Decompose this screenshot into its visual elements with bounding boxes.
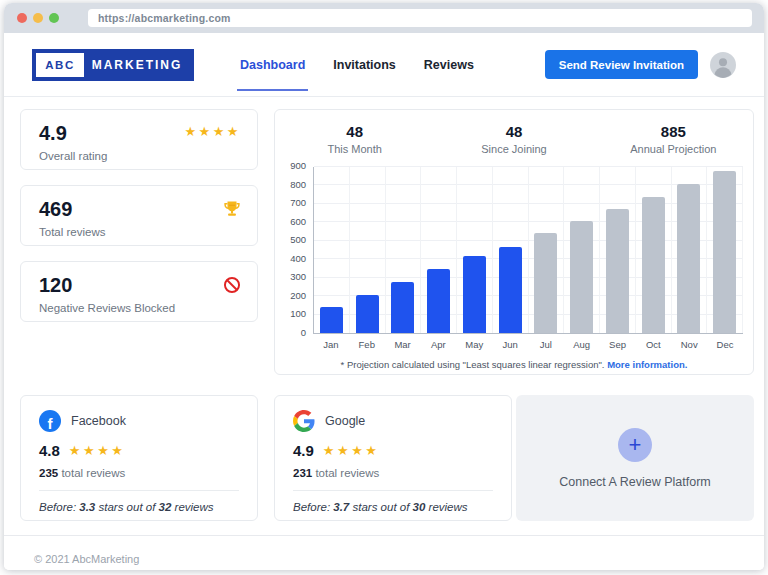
tab-invitations-label: Invitations bbox=[333, 58, 396, 72]
divider bbox=[39, 490, 239, 491]
connect-review-platform-card[interactable]: + Connect A Review Platform bbox=[516, 395, 754, 521]
facebook-before-stats: Before: 3.3 stars out of 32 reviews bbox=[39, 501, 239, 513]
stat-since-joining: 48 Since Joining bbox=[434, 123, 593, 155]
google-total-reviews: 231 total reviews bbox=[293, 467, 493, 479]
y-tick-label: 700 bbox=[290, 197, 306, 208]
y-tick-label: 400 bbox=[290, 253, 306, 264]
bar-dec[interactable] bbox=[713, 171, 736, 333]
chart-bars bbox=[314, 167, 743, 333]
tab-reviews[interactable]: Reviews bbox=[424, 58, 474, 72]
google-stars-icon: ★★★★ bbox=[323, 443, 380, 458]
logo-abc-box: ABC bbox=[36, 53, 84, 77]
minimize-window-icon[interactable] bbox=[33, 13, 43, 23]
bar-may[interactable] bbox=[463, 256, 486, 333]
facebook-rating-value: 4.8 bbox=[39, 442, 60, 459]
bar-jan[interactable] bbox=[320, 307, 343, 333]
y-tick-label: 0 bbox=[301, 327, 306, 338]
facebook-card-header: f Facebook bbox=[39, 410, 239, 432]
stat-since-joining-value: 48 bbox=[434, 123, 593, 140]
app-header: ABC MARKETING Dashboard Invitations Revi… bbox=[4, 33, 764, 97]
stat-this-month-label: This Month bbox=[275, 143, 434, 155]
before-rating: 3.3 bbox=[79, 501, 95, 513]
maximize-window-icon[interactable] bbox=[49, 13, 59, 23]
x-tick-label: May bbox=[456, 339, 492, 350]
total-reviews-label: Total reviews bbox=[39, 226, 239, 238]
before-suffix: reviews bbox=[425, 501, 467, 513]
y-tick-label: 200 bbox=[290, 290, 306, 301]
y-tick-label: 300 bbox=[290, 271, 306, 282]
chart-y-ticks: 0100200300400500600700800900 bbox=[283, 167, 313, 334]
bar-nov[interactable] bbox=[677, 184, 700, 333]
y-tick-label: 100 bbox=[290, 308, 306, 319]
x-tick-label: Sep bbox=[600, 339, 636, 350]
bar-column bbox=[350, 167, 386, 333]
bar-jul[interactable] bbox=[534, 233, 557, 333]
trophy-icon bbox=[223, 200, 241, 222]
logo-marketing-text: MARKETING bbox=[84, 58, 190, 72]
x-tick-label: Jan bbox=[313, 339, 349, 350]
y-tick-label: 800 bbox=[290, 179, 306, 190]
y-tick-label: 900 bbox=[290, 160, 306, 171]
before-middle: stars out of bbox=[349, 501, 412, 513]
tab-dashboard-label: Dashboard bbox=[240, 58, 305, 72]
tab-invitations[interactable]: Invitations bbox=[333, 58, 396, 72]
y-tick-label: 600 bbox=[290, 216, 306, 227]
google-rating-row: 4.9 ★★★★ bbox=[293, 442, 493, 459]
avatar[interactable] bbox=[710, 52, 736, 78]
chart-x-labels: JanFebMarAprMayJunJulAugSepOctNovDec bbox=[313, 339, 743, 350]
before-prefix: Before: bbox=[293, 501, 333, 513]
send-review-invitation-button[interactable]: Send Review Invitation bbox=[545, 50, 698, 79]
before-middle: stars out of bbox=[95, 501, 158, 513]
bar-feb[interactable] bbox=[356, 295, 379, 333]
browser-topbar: https://abcmarketing.com bbox=[4, 3, 764, 33]
chart-plot-wrap: JanFebMarAprMayJunJulAugSepOctNovDec bbox=[313, 167, 743, 350]
google-icon bbox=[293, 410, 315, 432]
user-avatar-icon bbox=[710, 52, 736, 78]
main-nav: Dashboard Invitations Reviews bbox=[240, 58, 474, 72]
stat-annual-projection-value: 885 bbox=[594, 123, 753, 140]
before-count: 32 bbox=[159, 501, 172, 513]
overall-rating-stars-icon: ★★★★ bbox=[184, 124, 241, 139]
facebook-card: f Facebook 4.8 ★★★★ 235 total reviews Be… bbox=[20, 395, 258, 521]
stat-since-joining-label: Since Joining bbox=[434, 143, 593, 155]
bar-column bbox=[314, 167, 350, 333]
x-tick-label: Apr bbox=[420, 339, 456, 350]
facebook-stars-icon: ★★★★ bbox=[69, 443, 126, 458]
bar-mar[interactable] bbox=[391, 282, 414, 333]
bar-jun[interactable] bbox=[499, 247, 522, 333]
google-card: Google 4.9 ★★★★ 231 total reviews Before… bbox=[274, 395, 512, 521]
before-rating: 3.7 bbox=[333, 501, 349, 513]
x-tick-label: Jun bbox=[492, 339, 528, 350]
bar-oct[interactable] bbox=[642, 197, 665, 333]
address-bar[interactable]: https://abcmarketing.com bbox=[88, 9, 752, 27]
blocked-icon bbox=[223, 276, 241, 298]
connect-platform-label: Connect A Review Platform bbox=[559, 475, 710, 489]
bar-aug[interactable] bbox=[570, 221, 593, 333]
x-tick-label: Feb bbox=[349, 339, 385, 350]
before-prefix: Before: bbox=[39, 501, 79, 513]
chart-footnote: * Projection calculated using "Least squ… bbox=[275, 359, 753, 370]
reviews-chart-card: 48 This Month 48 Since Joining 885 Annua… bbox=[274, 109, 754, 375]
bar-apr[interactable] bbox=[427, 269, 450, 333]
page-footer: © 2021 AbcMarketing bbox=[4, 535, 764, 567]
more-information-link[interactable]: More information. bbox=[607, 359, 687, 370]
google-total-value: 231 bbox=[293, 467, 312, 479]
x-tick-label: Aug bbox=[564, 339, 600, 350]
google-rating-value: 4.9 bbox=[293, 442, 314, 459]
bar-column bbox=[564, 167, 600, 333]
tab-dashboard[interactable]: Dashboard bbox=[240, 58, 305, 72]
before-suffix: reviews bbox=[171, 501, 213, 513]
footnote-text: * Projection calculated using "Least squ… bbox=[341, 359, 608, 370]
overall-rating-card: 4.9 Overall rating ★★★★ bbox=[20, 109, 258, 170]
bar-sep[interactable] bbox=[606, 209, 629, 333]
x-tick-label: Jul bbox=[528, 339, 564, 350]
google-before-stats: Before: 3.7 stars out of 30 reviews bbox=[293, 501, 493, 513]
close-window-icon[interactable] bbox=[17, 13, 27, 23]
divider bbox=[293, 490, 493, 491]
abc-marketing-logo[interactable]: ABC MARKETING bbox=[32, 49, 194, 81]
stat-this-month-value: 48 bbox=[275, 123, 434, 140]
bar-chart: 0100200300400500600700800900 JanFebMarAp… bbox=[283, 167, 743, 350]
window-controls bbox=[17, 13, 59, 23]
chart-plot bbox=[313, 167, 743, 334]
bar-column bbox=[493, 167, 529, 333]
